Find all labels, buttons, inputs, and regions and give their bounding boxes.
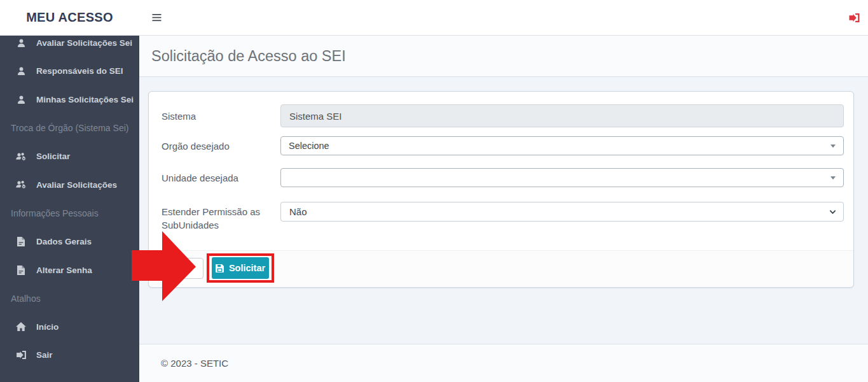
field-label-orgao-desejado: Orgão desejado xyxy=(162,141,280,152)
page-title: Solicitação de Acesso ao SEI xyxy=(151,48,346,65)
sign-in-icon xyxy=(15,351,27,359)
users-gear-icon xyxy=(15,152,27,161)
solicitar-button-label: Solicitar xyxy=(229,263,265,273)
sidebar-item-label: Responsáveis do SEI xyxy=(36,66,123,76)
sidebar-item-label: Minhas Solicitações Sei xyxy=(36,95,134,104)
main-area: Solicitação de Acesso ao SEI SistemaSist… xyxy=(139,36,868,382)
user-icon xyxy=(15,95,27,104)
save-icon xyxy=(216,264,224,272)
chevron-down-icon xyxy=(829,209,836,215)
sign-in-icon xyxy=(849,13,860,22)
sidebar-item-avaliar-solicitacoes-sei[interactable]: Avaliar Solicitações Sei xyxy=(0,36,139,57)
sidebar-item-label: Sair xyxy=(36,350,53,360)
field-label-sistema: Sistema xyxy=(162,111,280,122)
sidebar-item-sair[interactable]: Sair xyxy=(0,341,139,370)
form-footer: Voltar Solicitar xyxy=(149,250,853,287)
sidebar-item-label: Avaliar Solicitações Sei xyxy=(36,38,132,48)
sidebar-item-label: Dados Gerais xyxy=(36,237,92,246)
form-body: SistemaSistema SEIOrgão desejadoSelecion… xyxy=(149,92,853,232)
file-icon xyxy=(15,237,27,246)
sidebar-item-label: Solicitar xyxy=(36,152,70,161)
sidebar: Avaliar Solicitações SeiResponsáveis do … xyxy=(0,36,139,382)
orgao-desejado-select[interactable]: Selecione xyxy=(280,136,844,155)
solicitar-button[interactable]: Solicitar xyxy=(212,257,269,279)
dropdown-arrow-icon xyxy=(830,176,836,180)
field-value: Selecione xyxy=(289,141,329,151)
field-value: Sistema SEI xyxy=(289,111,342,122)
field-control-wrap: Sistema SEI xyxy=(280,104,844,127)
sidebar-item-label: Início xyxy=(36,322,59,332)
field-value: Não xyxy=(289,206,307,217)
user-icon xyxy=(15,38,27,48)
form-row: Estender Permissão as SubUnidadesNão xyxy=(162,202,844,232)
sidebar-item-dados-gerais[interactable]: Dados Gerais xyxy=(0,227,139,256)
form-row: Orgão desejadoSelecione xyxy=(162,136,844,155)
sidebar-item-inicio[interactable]: Início xyxy=(0,313,139,341)
user-icon xyxy=(15,66,27,76)
page-footer: © 2023 - SETIC xyxy=(139,344,868,382)
request-access-card: SistemaSistema SEIOrgão desejadoSelecion… xyxy=(148,91,854,288)
sidebar-menu: Avaliar Solicitações SeiResponsáveis do … xyxy=(0,36,139,369)
file-icon xyxy=(15,265,27,275)
sidebar-item-responsaveis-do-sei[interactable]: Responsáveis do SEI xyxy=(0,57,139,86)
copyright-text: © 2023 - SETIC xyxy=(161,358,228,369)
sidebar-section-troca-de-orgao-sistema-sei: Troca de Órgão (Sistema Sei) xyxy=(0,114,139,143)
field-label-unidade-desejada: Unidade desejada xyxy=(162,173,280,183)
sidebar-section-informacoes-pessoais: Informações Pessoais xyxy=(0,199,139,228)
form-row: Unidade desejada xyxy=(162,168,844,187)
top-navbar: MEU ACESSO xyxy=(0,0,868,36)
content-header: Solicitação de Acesso ao SEI xyxy=(139,36,868,77)
logout-button[interactable] xyxy=(848,12,861,24)
sidebar-item-label: Avaliar Solicitações xyxy=(36,180,117,190)
field-control-wrap: Não xyxy=(280,202,844,222)
annotation-highlight-box: Solicitar xyxy=(207,253,274,283)
unidade-desejada-select[interactable] xyxy=(280,168,844,187)
dropdown-arrow-icon xyxy=(830,145,836,148)
app-logo: MEU ACESSO xyxy=(0,10,139,25)
menu-toggle-button[interactable] xyxy=(149,10,164,25)
sidebar-item-minhas-solicitacoes-sei[interactable]: Minhas Solicitações Sei xyxy=(0,85,139,114)
sidebar-item-solicitar[interactable]: Solicitar xyxy=(0,142,139,171)
content: SistemaSistema SEIOrgão desejadoSelecion… xyxy=(139,77,868,344)
field-control-wrap: Selecione xyxy=(280,136,844,155)
field-control-wrap xyxy=(280,168,844,187)
sidebar-section-atalhos: Atalhos xyxy=(0,284,139,313)
sidebar-item-alterar-senha[interactable]: Alterar Senha xyxy=(0,256,139,285)
back-button[interactable]: Voltar xyxy=(154,258,203,279)
form-row: SistemaSistema SEI xyxy=(162,104,844,127)
sidebar-item-avaliar-solicitacoes[interactable]: Avaliar Solicitações xyxy=(0,171,139,199)
sistema-input-disabled: Sistema SEI xyxy=(280,104,844,127)
sidebar-item-label: Alterar Senha xyxy=(36,265,92,275)
home-icon xyxy=(15,322,27,331)
bars-icon xyxy=(152,13,162,22)
users-gear-icon xyxy=(15,180,27,189)
estender-permissao-as-subunidades-select[interactable]: Não xyxy=(280,202,844,222)
field-label-estender-permissao-as-subunidades: Estender Permissão as SubUnidades xyxy=(162,202,280,232)
